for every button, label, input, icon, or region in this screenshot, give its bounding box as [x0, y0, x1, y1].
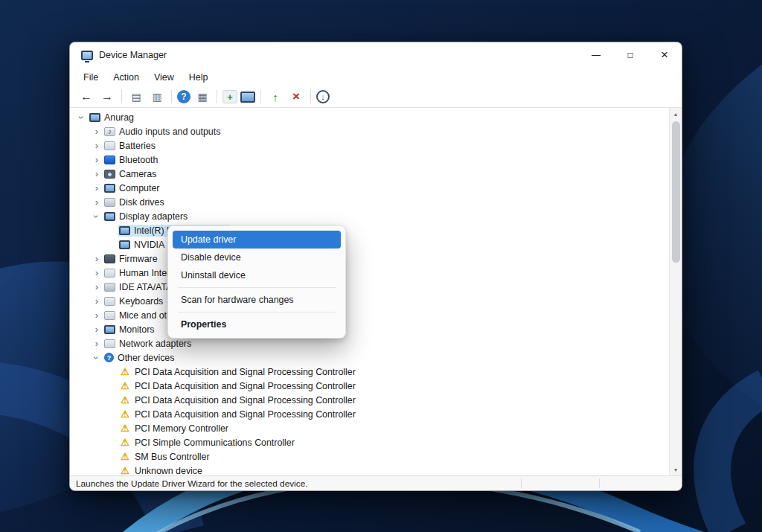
tree-item-inner[interactable]: ♪Audio inputs and outputs	[103, 126, 224, 138]
show-console-tree-icon[interactable]: ▤	[127, 89, 145, 105]
tree-item[interactable]: ⚠SM Bus Controller	[70, 449, 669, 464]
chevron-collapsed-icon[interactable]: ›	[91, 324, 103, 336]
menu-help[interactable]: Help	[182, 70, 216, 85]
tree-item[interactable]: ⚠PCI Data Acquisition and Signal Process…	[70, 407, 669, 421]
scroll-down-icon[interactable]: ▼	[670, 464, 682, 475]
maximize-button[interactable]: □	[613, 42, 647, 68]
context-menu: Update driverDisable deviceUninstall dev…	[167, 225, 346, 339]
chevron-collapsed-icon[interactable]: ›	[91, 310, 103, 321]
chevron-collapsed-icon[interactable]: ›	[91, 154, 103, 166]
tree-item-inner[interactable]: ⚠PCI Data Acquisition and Signal Process…	[118, 365, 359, 378]
update-driver-icon[interactable]: ↑	[266, 89, 284, 105]
tree-item[interactable]: ⚠PCI Data Acquisition and Signal Process…	[70, 365, 669, 379]
chevron-collapsed-icon[interactable]: ›	[91, 253, 103, 265]
close-button[interactable]: ×	[647, 42, 682, 68]
chevron-expanded-icon[interactable]: ›	[91, 352, 103, 364]
context-item-update-driver[interactable]: Update driver	[173, 231, 341, 249]
tree-item[interactable]: ⚠PCI Data Acquisition and Signal Process…	[70, 393, 669, 407]
tree-item-inner[interactable]: NVIDIA	[118, 239, 168, 251]
tree-item-inner[interactable]: Bluetooth	[103, 154, 161, 166]
tree-item[interactable]: ⚠PCI Data Acquisition and Signal Process…	[70, 379, 669, 393]
tree-item-inner[interactable]: Anurag	[88, 112, 138, 124]
tree-item-inner[interactable]: ⚠Unknown device	[118, 464, 206, 475]
tree-item[interactable]: ›Anurag	[70, 110, 669, 124]
tree-item[interactable]: ›Human Interface Devices	[70, 266, 669, 280]
export-list-icon[interactable]: ▦	[193, 89, 211, 105]
toolbar-separator	[260, 90, 261, 103]
minimize-button[interactable]: —	[579, 42, 613, 68]
menu-file[interactable]: File	[76, 70, 106, 85]
tree-item-inner[interactable]: ?Other devices	[103, 352, 178, 364]
tree-item-inner[interactable]: Keyboards	[103, 295, 167, 307]
context-item-uninstall-device[interactable]: Uninstall device	[173, 266, 341, 284]
tree-item[interactable]: ›?Other devices	[70, 350, 669, 365]
context-item-properties[interactable]: Properties	[173, 315, 341, 333]
remote-computer-icon[interactable]	[240, 92, 255, 103]
tree-item-inner[interactable]: Batteries	[103, 140, 159, 152]
tree-item-label: Anurag	[104, 112, 134, 123]
scroll-up-icon[interactable]: ▲	[670, 108, 682, 120]
tree-item[interactable]: ›IDE ATA/ATAPI controllers	[70, 280, 669, 294]
chevron-collapsed-icon[interactable]: ›	[91, 196, 103, 208]
tree-item[interactable]: ›Firmware	[70, 251, 669, 266]
tree-item[interactable]: ›Disk drives	[70, 195, 669, 209]
tree-item-inner[interactable]: ⚠PCI Data Acquisition and Signal Process…	[118, 408, 359, 420]
chevron-collapsed-icon[interactable]: ›	[91, 140, 103, 152]
tree-item[interactable]: ⚠Unknown device	[70, 464, 669, 475]
tree-item-inner[interactable]: Monitors	[103, 324, 159, 336]
tree-item[interactable]: ›Network adapters	[70, 336, 669, 350]
tree-item[interactable]: ›Monitors	[70, 322, 669, 336]
chevron-expanded-icon[interactable]: ›	[91, 211, 103, 222]
tree-item-inner[interactable]: ⚠SM Bus Controller	[118, 450, 214, 463]
tree-item-inner[interactable]: Network adapters	[103, 338, 195, 350]
chevron-collapsed-icon[interactable]: ›	[91, 267, 103, 279]
tree-item[interactable]: ›Computer	[70, 181, 669, 195]
back-icon[interactable]: ←	[77, 89, 95, 105]
menu-action[interactable]: Action	[106, 70, 147, 85]
tree-item[interactable]: Intel(R) UHD Graphics	[70, 223, 669, 237]
tree-item[interactable]: ›Bluetooth	[70, 153, 669, 167]
tree-item[interactable]: NVIDIA	[70, 237, 669, 251]
tree-item-inner[interactable]: Firmware	[103, 253, 161, 265]
context-item-disable-device[interactable]: Disable device	[173, 249, 341, 266]
tree-item-inner[interactable]: ⚠PCI Simple Communications Controller	[118, 436, 298, 449]
tree-item-inner[interactable]: Computer	[103, 182, 163, 194]
chevron-collapsed-icon[interactable]: ›	[91, 182, 103, 194]
tree-item-inner[interactable]: Cameras	[103, 168, 160, 180]
tree-item-inner[interactable]: ⚠PCI Data Acquisition and Signal Process…	[118, 379, 359, 392]
forward-icon[interactable]: →	[98, 89, 116, 105]
tree-item[interactable]: ⚠PCI Simple Communications Controller	[70, 435, 669, 449]
menu-view[interactable]: View	[147, 70, 182, 85]
uninstall-device-icon[interactable]: ×	[287, 89, 305, 105]
chevron-expanded-icon[interactable]: ›	[76, 112, 88, 124]
vertical-scrollbar[interactable]: ▲ ▼	[669, 108, 682, 475]
scrollbar-thumb[interactable]	[672, 121, 680, 263]
help-icon[interactable]: ?	[177, 90, 190, 103]
chevron-collapsed-icon[interactable]: ›	[91, 168, 103, 180]
chevron-collapsed-icon[interactable]: ›	[91, 126, 103, 138]
content-area: ›Anurag›♪Audio inputs and outputs›Batter…	[70, 108, 682, 475]
tree-item[interactable]: ›♪Audio inputs and outputs	[70, 124, 669, 138]
tree-item-label: PCI Memory Controller	[135, 423, 228, 434]
tree-item[interactable]: ›Cameras	[70, 167, 669, 181]
tree-item-inner[interactable]: Display adapters	[103, 211, 191, 222]
tree-item-label: Computer	[119, 183, 159, 193]
chevron-collapsed-icon[interactable]: ›	[91, 338, 103, 350]
tree-item[interactable]: ›Batteries	[70, 138, 669, 153]
tree-item[interactable]: ›Keyboards	[70, 294, 669, 308]
tree-item[interactable]: ›Mice and other pointing devices	[70, 308, 669, 322]
properties-icon[interactable]: ▥	[148, 89, 166, 105]
context-item-scan-for-hardware-changes[interactable]: Scan for hardware changes	[173, 291, 341, 309]
scan-hardware-changes-icon[interactable]: +	[222, 90, 237, 103]
tree-item-label: Network adapters	[119, 339, 191, 349]
tree-item[interactable]: ⚠PCI Memory Controller	[70, 421, 669, 435]
tree-item-inner[interactable]: ⚠PCI Memory Controller	[118, 422, 232, 435]
chevron-collapsed-icon[interactable]: ›	[91, 281, 103, 293]
tree-item-inner[interactable]: Disk drives	[103, 196, 168, 208]
tree-item-label: Batteries	[119, 141, 156, 151]
tree-item[interactable]: ›Display adapters	[70, 209, 669, 223]
tree-item-inner[interactable]: ⚠PCI Data Acquisition and Signal Process…	[118, 394, 359, 406]
disable-device-icon[interactable]: ↓	[316, 90, 330, 103]
titlebar[interactable]: Device Manager — □ ×	[70, 42, 682, 68]
chevron-collapsed-icon[interactable]: ›	[91, 295, 103, 307]
